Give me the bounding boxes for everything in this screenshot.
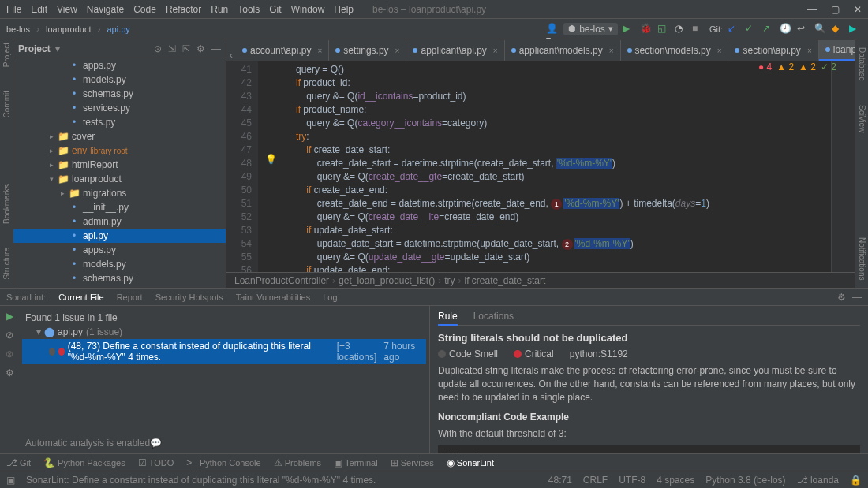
code-crumb[interactable]: if create_date_start bbox=[465, 275, 546, 286]
debug-icon[interactable]: 🐞 bbox=[640, 23, 653, 35]
tool-git[interactable]: ⎇ Git bbox=[6, 457, 31, 468]
stripe-project[interactable]: Project bbox=[2, 43, 11, 67]
menu-window[interactable]: Window bbox=[291, 4, 325, 15]
intention-bulb-icon[interactable]: 💡 bbox=[265, 154, 277, 165]
status-python[interactable]: Python 3.8 (be-los) bbox=[705, 475, 785, 486]
tool-python-packages[interactable]: 🐍 Python Packages bbox=[43, 457, 125, 468]
editor-tab[interactable]: loanproduct\api.py× bbox=[819, 40, 855, 61]
git-history-icon[interactable]: 🕗 bbox=[780, 23, 792, 35]
menu-tools[interactable]: Tools bbox=[238, 4, 260, 15]
issue-text[interactable]: (48, 73) Define a constant instead of du… bbox=[68, 341, 334, 363]
editor-tab[interactable]: section\api.py× bbox=[728, 40, 818, 61]
clear-icon[interactable]: ⊘ bbox=[6, 330, 13, 341]
toolbox-icon[interactable]: ▶ bbox=[849, 23, 862, 35]
tool-problems[interactable]: ⚠ Problems bbox=[274, 457, 321, 468]
issue-file[interactable]: api.py bbox=[58, 326, 83, 337]
tree-item[interactable]: •schemas.py bbox=[13, 87, 226, 101]
status-position[interactable]: 48:71 bbox=[548, 475, 572, 486]
tool-services[interactable]: ⊞ Services bbox=[391, 457, 434, 468]
inspection-badge[interactable]: ✓ 2 bbox=[821, 61, 836, 73]
issues-tree[interactable]: Found 1 issue in 1 file ▾ ⬤ api.py (1 is… bbox=[19, 306, 429, 453]
project-pane-title[interactable]: Project bbox=[18, 43, 51, 54]
editor-tab[interactable]: applicant\models.py× bbox=[505, 40, 621, 61]
tree-item[interactable]: •apps.py bbox=[13, 243, 226, 257]
close-tab-icon[interactable]: × bbox=[717, 47, 722, 55]
coverage-icon[interactable]: ◱ bbox=[657, 23, 670, 35]
menu-code[interactable]: Code bbox=[133, 4, 156, 15]
ide-settings-icon[interactable]: ◆ bbox=[832, 23, 844, 35]
menu-run[interactable]: Run bbox=[211, 4, 228, 15]
menu-edit[interactable]: Edit bbox=[31, 4, 47, 15]
tree-item[interactable]: •tests.py bbox=[13, 115, 226, 129]
tree-item[interactable]: •schemas.py bbox=[13, 271, 226, 285]
rule-tab[interactable]: Rule bbox=[438, 311, 458, 326]
stripe-notifications[interactable]: Notifications bbox=[858, 237, 866, 280]
tool-terminal[interactable]: ▣ Terminal bbox=[334, 457, 378, 468]
issue-locations[interactable]: [+3 locations] bbox=[337, 341, 381, 363]
inspection-badge[interactable]: ● 4 bbox=[758, 61, 772, 73]
sonarlint-tab[interactable]: Security Hotspots bbox=[155, 292, 223, 302]
tab-scroll-left[interactable]: ‹ bbox=[226, 50, 236, 61]
code-crumb[interactable]: LoanProductController bbox=[234, 275, 329, 286]
tree-item[interactable]: ▾📁loanproduct bbox=[13, 172, 226, 186]
git-update-icon[interactable]: ↙ bbox=[728, 23, 740, 35]
close-tab-icon[interactable]: × bbox=[609, 47, 614, 55]
menu-navigate[interactable]: Navigate bbox=[87, 4, 124, 15]
close-tab-icon[interactable]: × bbox=[317, 47, 322, 55]
stripe-commit[interactable]: Commit bbox=[2, 91, 11, 117]
git-push-icon[interactable]: ↗ bbox=[762, 23, 775, 35]
menu-refactor[interactable]: Refactor bbox=[166, 4, 201, 15]
tree-item[interactable]: •api.py bbox=[13, 229, 226, 243]
tree-item[interactable]: ▸📁migrations bbox=[13, 186, 226, 200]
menu-git[interactable]: Git bbox=[269, 4, 281, 15]
inspection-badge[interactable]: ▲ 2 bbox=[799, 61, 816, 73]
crumb-1[interactable]: loanproduct bbox=[46, 24, 92, 34]
git-commit-icon[interactable]: ✓ bbox=[745, 23, 758, 35]
crumb-0[interactable]: be-los bbox=[6, 24, 30, 34]
git-rollback-icon[interactable]: ↩ bbox=[797, 23, 810, 35]
status-encoding[interactable]: UTF-8 bbox=[619, 475, 645, 486]
tool-todo[interactable]: ☑ TODO bbox=[138, 457, 174, 468]
close-tab-icon[interactable]: × bbox=[807, 47, 812, 55]
tree-item[interactable]: •apps.py bbox=[13, 58, 226, 73]
hide-icon[interactable]: — bbox=[211, 43, 221, 54]
select-opened-icon[interactable]: ⊙ bbox=[154, 43, 162, 54]
collapse-all-icon[interactable]: ⇱ bbox=[182, 43, 190, 54]
run-config-select[interactable]: ⬢ be-los ▾ bbox=[563, 23, 618, 35]
inspection-badge[interactable]: ▲ 2 bbox=[776, 61, 794, 73]
tree-item[interactable]: •services.py bbox=[13, 101, 226, 115]
profile-icon[interactable]: ◔ bbox=[675, 23, 687, 35]
project-tree[interactable]: •apps.py•models.py•schemas.py•services.p… bbox=[13, 58, 226, 288]
sonarlint-tab[interactable]: Log bbox=[323, 292, 337, 302]
run-icon[interactable]: ▶ bbox=[623, 23, 635, 35]
tree-item[interactable]: ▸📁cover bbox=[13, 129, 226, 143]
status-indent[interactable]: 4 spaces bbox=[657, 475, 694, 486]
editor-tab[interactable]: applicant\api.py× bbox=[406, 40, 504, 61]
sonarlint-tab[interactable]: Current File bbox=[58, 292, 103, 302]
code-editor[interactable]: query = Q() if product_id: query &= Q(id… bbox=[258, 61, 831, 272]
editor-tab[interactable]: account\api.py× bbox=[236, 40, 329, 61]
tree-item[interactable]: ▸📁htmlReport bbox=[13, 158, 226, 172]
status-icon[interactable]: ▣ bbox=[6, 475, 15, 486]
status-branch[interactable]: ⎇ loanda bbox=[797, 475, 839, 486]
tool-python-console[interactable]: >_ Python Console bbox=[186, 457, 260, 468]
status-line-sep[interactable]: CRLF bbox=[583, 475, 608, 486]
editor-tab[interactable]: section\models.py× bbox=[621, 40, 729, 61]
minimize-icon[interactable]: — bbox=[807, 4, 817, 15]
panel-gear-icon[interactable]: ⚙ bbox=[837, 292, 846, 303]
tree-item[interactable]: ▸📁envlibrary root bbox=[13, 143, 226, 158]
chat-icon[interactable]: 💬 bbox=[150, 438, 162, 449]
tree-item[interactable]: •models.py bbox=[13, 257, 226, 271]
cancel-icon[interactable]: ⊗ bbox=[6, 348, 13, 359]
close-icon[interactable]: ✕ bbox=[854, 4, 862, 15]
menu-help[interactable]: Help bbox=[334, 4, 354, 15]
error-stripe[interactable] bbox=[831, 61, 855, 272]
status-lock-icon[interactable]: 🔒 bbox=[850, 475, 862, 486]
close-tab-icon[interactable]: × bbox=[395, 47, 400, 55]
crumb-2[interactable]: api.py bbox=[107, 24, 129, 34]
tree-item[interactable]: •__init__.py bbox=[13, 200, 226, 214]
editor-tab[interactable]: settings.py× bbox=[329, 40, 406, 61]
code-crumb[interactable]: get_loan_product_list() bbox=[339, 275, 435, 286]
tree-item[interactable]: •admin.py bbox=[13, 214, 226, 229]
code-breadcrumb[interactable]: LoanProductController›get_loan_product_l… bbox=[226, 272, 855, 288]
